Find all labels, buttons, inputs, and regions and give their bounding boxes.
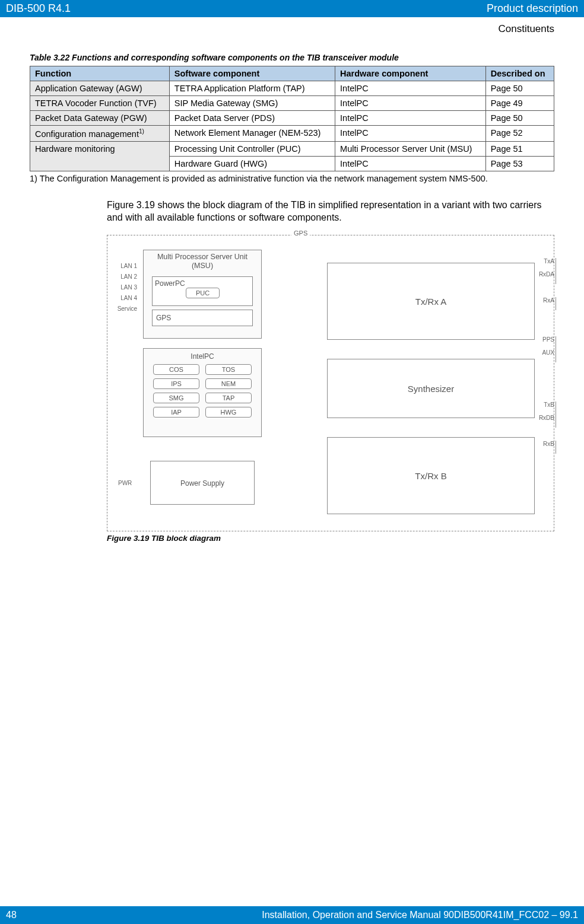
- table-row: Hardware monitoring Processing Unit Cont…: [30, 141, 554, 156]
- table-row: Configuration management1) Network Eleme…: [30, 126, 554, 142]
- cell-pg: Page 49: [485, 96, 554, 111]
- powerpc-box: PowerPC PUC: [152, 276, 253, 306]
- chip: HWG: [205, 407, 252, 418]
- cell-pg: Page 52: [485, 126, 554, 142]
- chip: SMG: [153, 393, 199, 403]
- cell-pg: Page 53: [485, 156, 554, 171]
- table-row: Application Gateway (AGW) TETRA Applicat…: [30, 81, 554, 96]
- cell-hw: IntelPC: [335, 96, 486, 111]
- chip: IPS: [153, 378, 199, 389]
- port-label: RxB: [537, 441, 556, 454]
- chip: TAP: [205, 393, 252, 403]
- chip: IAP: [153, 407, 199, 418]
- header-bar: DIB-500 R4.1 Product description: [0, 0, 584, 17]
- port-label: RxA: [537, 297, 556, 310]
- port-label: AUX: [537, 349, 556, 362]
- cell-hw: IntelPC: [335, 126, 486, 142]
- body-paragraph: Figure 3.19 shows the block diagram of t…: [107, 199, 554, 224]
- cell-hw: IntelPC: [335, 111, 486, 126]
- figure-caption: Figure 3.19 TIB block diagram: [107, 534, 554, 543]
- port-label: RxDB: [537, 415, 556, 428]
- cell-hw: IntelPC: [335, 156, 486, 171]
- port-label: TxB: [537, 402, 556, 415]
- cell-fn: Packet Data Gateway (PGW): [30, 111, 170, 126]
- intelpc-box: IntelPC COS TOS IPS NEM SMG TAP IAP HWG: [143, 348, 262, 437]
- functions-table: Function Software component Hardware com…: [30, 66, 554, 171]
- chip: NEM: [205, 378, 252, 389]
- port-label: Service: [107, 305, 137, 316]
- block-diagram: GPS LAN 1 LAN 2 LAN 3 LAN 4 Service PWR …: [107, 235, 554, 531]
- cell-fn: TETRA Vocoder Function (TVF): [30, 96, 170, 111]
- port-label: TxA: [537, 258, 556, 271]
- left-port-labels: LAN 1 LAN 2 LAN 3 LAN 4 Service: [107, 263, 137, 316]
- right-port-labels: TxA RxDA RxA PPS AUX TxB RxDB RxB: [537, 258, 556, 454]
- cell-fn: Hardware monitoring: [30, 141, 170, 171]
- th-described: Described on: [485, 66, 554, 81]
- port-label: LAN 4: [107, 295, 137, 305]
- chip-grid: COS TOS IPS NEM SMG TAP IAP HWG: [144, 361, 261, 421]
- psu-box: Power Supply: [150, 461, 255, 505]
- table-row: TETRA Vocoder Function (TVF) SIP Media G…: [30, 96, 554, 111]
- cell-sw: TETRA Application Platform (TAP): [169, 81, 335, 96]
- msu-title: Multi Processor Server Unit(MSU): [144, 253, 261, 270]
- cell-fn: Application Gateway (AGW): [30, 81, 170, 96]
- cell-pg: Page 50: [485, 81, 554, 96]
- cell-sw: Processing Unit Controller (PUC): [169, 141, 335, 156]
- cell-hw: IntelPC: [335, 81, 486, 96]
- gps-box: GPS: [152, 310, 253, 326]
- cell-fn: Configuration management1): [30, 126, 170, 142]
- cell-pg: Page 50: [485, 111, 554, 126]
- port-label: RxDA: [537, 271, 556, 284]
- th-software: Software component: [169, 66, 335, 81]
- doc-id: DIB-500 R4.1: [6, 2, 71, 15]
- powerpc-label: PowerPC: [155, 279, 185, 288]
- cell-hw: Multi Processor Server Unit (MSU): [335, 141, 486, 156]
- msu-box: Multi Processor Server Unit(MSU) PowerPC…: [143, 250, 262, 339]
- txrxa-box: Tx/Rx A: [327, 263, 535, 340]
- pwr-port-label: PWR: [118, 480, 132, 486]
- table-footnote: 1) The Configuration Management is provi…: [40, 174, 554, 183]
- port-label: LAN 3: [107, 284, 137, 295]
- subsection-title: Constituents: [0, 17, 584, 53]
- th-hardware: Hardware component: [335, 66, 486, 81]
- chip: TOS: [205, 364, 252, 375]
- chip: COS: [153, 364, 199, 375]
- synth-box: Synthesizer: [327, 359, 535, 418]
- cell-sw: Packet Data Server (PDS): [169, 111, 335, 126]
- port-label: LAN 2: [107, 273, 137, 284]
- table-caption: Table 3.22 Functions and corresponding s…: [30, 53, 554, 62]
- port-label: LAN 1: [107, 263, 137, 273]
- page-content: Table 3.22 Functions and corresponding s…: [0, 53, 584, 543]
- gps-port-label: GPS: [291, 230, 310, 237]
- table-row: Packet Data Gateway (PGW) Packet Data Se…: [30, 111, 554, 126]
- puc-chip: PUC: [186, 288, 220, 298]
- th-function: Function: [30, 66, 170, 81]
- port-label: PPS: [537, 336, 556, 349]
- section-title: Product description: [487, 2, 578, 15]
- txrxb-box: Tx/Rx B: [327, 437, 535, 514]
- figure-wrap: GPS LAN 1 LAN 2 LAN 3 LAN 4 Service PWR …: [107, 235, 554, 543]
- cell-sw: Network Element Manager (NEM-523): [169, 126, 335, 142]
- cell-pg: Page 51: [485, 141, 554, 156]
- cell-sw: SIP Media Gateway (SMG): [169, 96, 335, 111]
- intelpc-title: IntelPC: [144, 352, 261, 361]
- cell-sw: Hardware Guard (HWG): [169, 156, 335, 171]
